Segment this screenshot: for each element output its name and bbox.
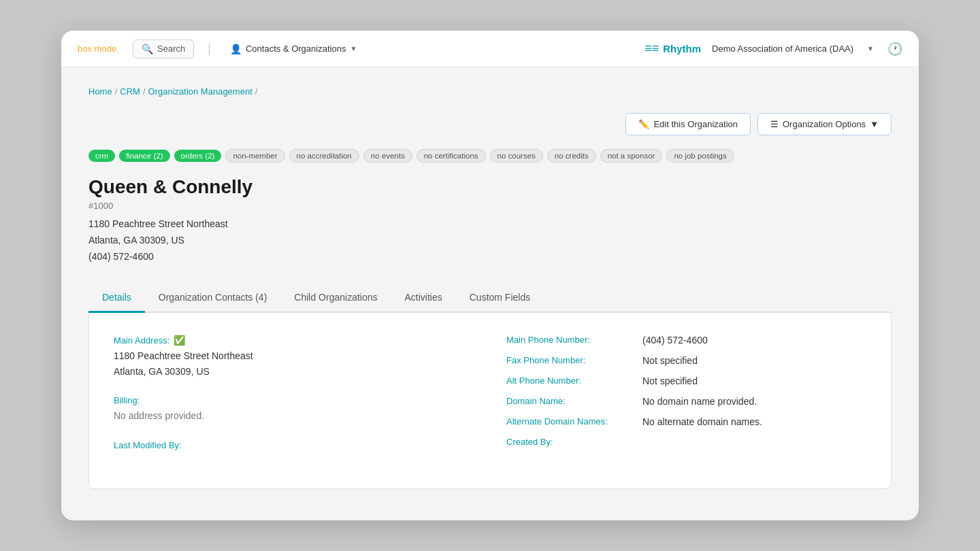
tabs-bar: DetailsOrganization Contacts (4)Child Or… bbox=[88, 284, 892, 313]
field-val-2: Not specified bbox=[642, 375, 698, 386]
options-button-label: Organization Options bbox=[783, 119, 866, 129]
inbox-mode-label: box mode bbox=[78, 44, 116, 54]
breadcrumb-home[interactable]: Home bbox=[88, 86, 112, 97]
tag-no-events[interactable]: no events bbox=[363, 149, 412, 163]
organization-options-button[interactable]: ☰ Organization Options ▼ bbox=[757, 113, 892, 135]
top-nav: box mode 🔍 Search | 👤 Contacts & Organiz… bbox=[61, 31, 919, 67]
org-name-nav: Demo Association of America (DAA) bbox=[712, 44, 853, 54]
details-left-col: Main Address: ✅ 1180 Peachtree Street No… bbox=[114, 335, 474, 466]
org-name: Queen & Connelly bbox=[88, 176, 892, 198]
tab-organization-contacts-4[interactable]: Organization Contacts (4) bbox=[145, 284, 281, 313]
org-address-line2: Atlanta, GA 30309, US bbox=[88, 233, 892, 249]
field-name-1: Fax Phone Number: bbox=[506, 355, 642, 365]
tag-no-job-postings[interactable]: no job postings bbox=[666, 149, 734, 163]
search-label: Search bbox=[157, 44, 185, 54]
field-name-2: Alt Phone Number: bbox=[506, 375, 642, 386]
details-grid: Main Address: ✅ 1180 Peachtree Street No… bbox=[114, 335, 866, 466]
main-address-check-icon: ✅ bbox=[174, 335, 185, 346]
main-address-line1: 1180 Peachtree Street Northeast bbox=[114, 348, 474, 363]
org-header: Queen & Connelly #1000 1180 Peachtree St… bbox=[88, 176, 892, 265]
field-val-1: Not specified bbox=[642, 355, 698, 366]
tab-activities[interactable]: Activities bbox=[391, 284, 456, 313]
edit-button-label: Edit this Organization bbox=[653, 119, 738, 129]
field-row-3: Domain Name:No domain name provided. bbox=[506, 396, 866, 407]
main-address-label: Main Address: ✅ bbox=[114, 335, 474, 346]
options-chevron-icon: ▼ bbox=[870, 119, 879, 129]
tag-orders-(2)[interactable]: orders (2) bbox=[174, 150, 222, 162]
breadcrumb: Home / CRM / Organization Management / bbox=[88, 86, 892, 97]
field-row-4: Alternate Domain Names:No alternate doma… bbox=[506, 416, 866, 427]
tab-details[interactable]: Details bbox=[88, 284, 145, 313]
field-name-3: Domain Name: bbox=[506, 396, 642, 406]
breadcrumb-crm[interactable]: CRM bbox=[120, 86, 140, 97]
tag-finance-(2)[interactable]: finance (2) bbox=[119, 150, 169, 162]
tag-no-courses[interactable]: no courses bbox=[490, 149, 543, 163]
main-content: Home / CRM / Organization Management / ✏… bbox=[61, 67, 919, 520]
contacts-icon: 👤 bbox=[230, 44, 242, 54]
tab-child-organizations[interactable]: Child Organizations bbox=[280, 284, 391, 313]
contacts-orgs-label: Contacts & Organizations bbox=[246, 44, 346, 54]
edit-organization-button[interactable]: ✏️ Edit this Organization bbox=[625, 113, 751, 135]
breadcrumb-sep-2: / bbox=[143, 86, 146, 97]
field-row-5: Created By: bbox=[506, 437, 866, 447]
last-modified-label: Last Modified By: bbox=[114, 440, 474, 450]
field-val-0: (404) 572-4600 bbox=[642, 335, 708, 346]
rhythm-logo: ≡≡ Rhythm bbox=[644, 41, 701, 56]
action-buttons-row: ✏️ Edit this Organization ☰ Organization… bbox=[88, 113, 892, 135]
org-id: #1000 bbox=[88, 201, 892, 211]
rhythm-icon: ≡≡ bbox=[644, 41, 659, 56]
details-panel: Main Address: ✅ 1180 Peachtree Street No… bbox=[88, 313, 892, 488]
org-address: 1180 Peachtree Street Northeast Atlanta,… bbox=[88, 216, 892, 265]
breadcrumb-sep-3: / bbox=[255, 86, 258, 97]
field-name-5: Created By: bbox=[506, 437, 642, 447]
contacts-orgs-dropdown[interactable]: 👤 Contacts & Organizations ▼ bbox=[225, 40, 362, 58]
tag-no-credits[interactable]: no credits bbox=[547, 149, 596, 163]
tag-non-member[interactable]: non-member bbox=[225, 149, 284, 163]
rhythm-label: Rhythm bbox=[663, 43, 701, 54]
main-address-section: Main Address: ✅ 1180 Peachtree Street No… bbox=[114, 335, 474, 379]
org-phone: (404) 572-4600 bbox=[88, 249, 892, 265]
last-modified-section: Last Modified By: bbox=[114, 440, 474, 450]
tag-no-certifications[interactable]: no certifications bbox=[416, 149, 486, 163]
tags-row: crmfinance (2)orders (2)non-memberno acc… bbox=[88, 149, 892, 163]
options-icon: ☰ bbox=[770, 119, 779, 129]
billing-label: Billing: bbox=[114, 395, 474, 405]
main-address-value: 1180 Peachtree Street Northeast Atlanta,… bbox=[114, 348, 474, 379]
org-address-line1: 1180 Peachtree Street Northeast bbox=[88, 216, 892, 233]
field-val-4: No alternate domain names. bbox=[642, 416, 762, 427]
nav-divider: | bbox=[208, 41, 211, 56]
billing-value: No address provided. bbox=[114, 408, 474, 423]
clock-icon[interactable]: 🕐 bbox=[887, 41, 902, 56]
tag-no-accreditation[interactable]: no accreditation bbox=[289, 149, 359, 163]
field-name-4: Alternate Domain Names: bbox=[506, 416, 642, 427]
breadcrumb-sep-1: / bbox=[115, 86, 118, 97]
field-row-0: Main Phone Number:(404) 572-4600 bbox=[506, 335, 866, 346]
breadcrumb-org-management: Organization Management bbox=[148, 86, 252, 97]
search-icon: 🔍 bbox=[142, 44, 153, 54]
tag-crm[interactable]: crm bbox=[88, 150, 115, 162]
tag-not-a-sponsor[interactable]: not a sponsor bbox=[600, 149, 663, 163]
billing-section: Billing: No address provided. bbox=[114, 395, 474, 423]
field-row-1: Fax Phone Number:Not specified bbox=[506, 355, 866, 366]
tab-custom-fields[interactable]: Custom Fields bbox=[456, 284, 544, 313]
field-name-0: Main Phone Number: bbox=[506, 335, 642, 345]
main-address-line2: Atlanta, GA 30309, US bbox=[114, 364, 474, 379]
details-right-col: Main Phone Number:(404) 572-4600Fax Phon… bbox=[506, 335, 866, 466]
search-button[interactable]: 🔍 Search bbox=[133, 39, 194, 59]
contacts-chevron-icon: ▼ bbox=[350, 45, 357, 52]
field-val-3: No domain name provided. bbox=[642, 396, 757, 407]
org-nav-chevron-icon: ▼ bbox=[867, 45, 874, 52]
field-row-2: Alt Phone Number:Not specified bbox=[506, 375, 866, 386]
edit-icon: ✏️ bbox=[638, 119, 649, 129]
